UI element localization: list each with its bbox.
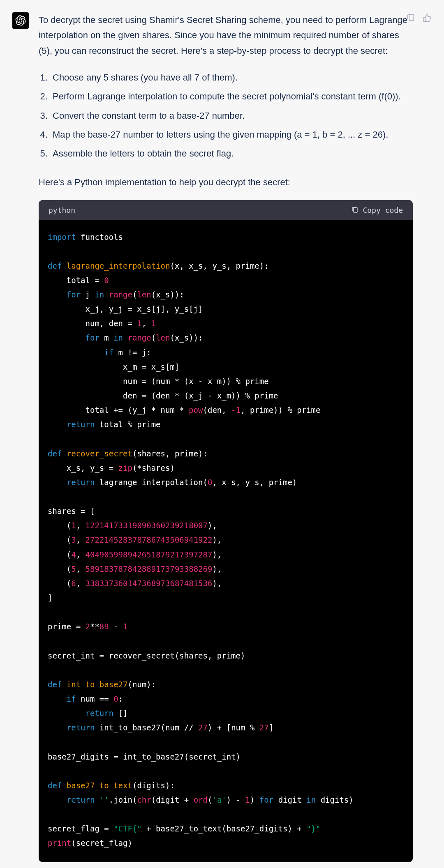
openai-logo-icon	[15, 15, 26, 26]
svg-rect-1	[409, 15, 414, 21]
copy-icon[interactable]	[406, 13, 415, 22]
list-item: Convert the constant term to a base-27 n…	[50, 106, 413, 125]
code-header: python Copy code	[39, 200, 413, 220]
assistant-message: To decrypt the secret using Shamir's Sec…	[0, 12, 444, 868]
code-block: python Copy code import functools def la…	[39, 200, 413, 862]
lead-in-paragraph: Here's a Python implementation to help y…	[39, 175, 413, 190]
copy-code-button[interactable]: Copy code	[351, 206, 403, 214]
list-item: Perform Lagrange interpolation to comput…	[50, 87, 413, 106]
steps-list: Choose any 5 shares (you have all 7 of t…	[50, 68, 413, 163]
clipboard-icon	[351, 206, 358, 214]
message-actions	[406, 13, 432, 22]
list-item: Choose any 5 shares (you have all 7 of t…	[50, 68, 413, 87]
svg-rect-0	[354, 207, 357, 212]
thumbs-up-icon[interactable]	[423, 13, 432, 22]
code-language-label: python	[49, 206, 75, 214]
list-item: Map the base-27 number to letters using …	[50, 125, 413, 144]
assistant-avatar	[12, 12, 29, 29]
copy-label: Copy code	[363, 206, 403, 214]
message-content: To decrypt the secret using Shamir's Sec…	[39, 12, 413, 868]
intro-paragraph: To decrypt the secret using Shamir's Sec…	[39, 12, 413, 58]
code-content[interactable]: import functools def lagrange_interpolat…	[39, 220, 413, 862]
list-item: Assemble the letters to obtain the secre…	[50, 144, 413, 163]
